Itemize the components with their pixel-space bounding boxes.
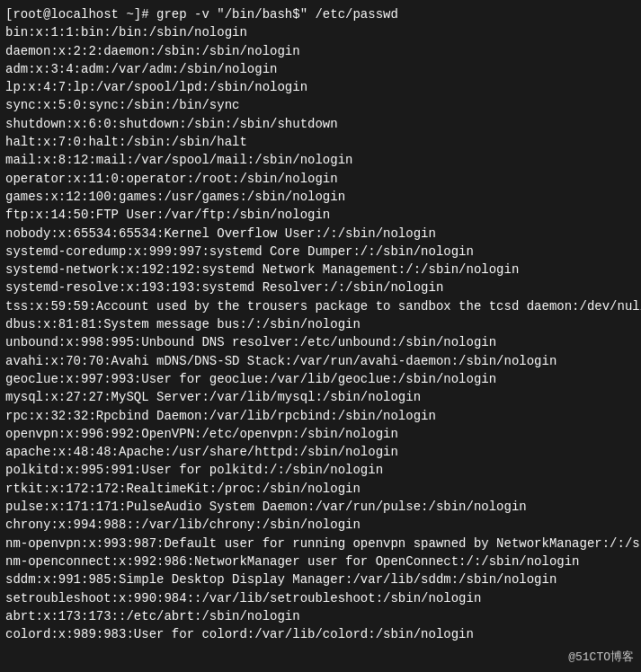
output-line: adm:x:3:4:adm:/var/adm:/sbin/nologin bbox=[5, 60, 636, 78]
output-line: unbound:x:998:995:Unbound DNS resolver:/… bbox=[5, 333, 636, 351]
output-line: daemon:x:2:2:daemon:/sbin:/sbin/nologin bbox=[5, 42, 636, 60]
prompt-line: [root@localhost ~]# grep -v "/bin/bash$"… bbox=[5, 5, 636, 23]
output-line: polkitd:x:995:991:User for polkitd:/:/sb… bbox=[5, 461, 636, 479]
output-lines: bin:x:1:1:bin:/bin:/sbin/nologindaemon:x… bbox=[5, 23, 636, 643]
output-line: rtkit:x:172:172:RealtimeKit:/proc:/sbin/… bbox=[5, 480, 636, 498]
output-line: mysql:x:27:27:MySQL Server:/var/lib/mysq… bbox=[5, 388, 636, 406]
output-line: avahi:x:70:70:Avahi mDNS/DNS-SD Stack:/v… bbox=[5, 352, 636, 370]
output-line: operator:x:11:0:operator:/root:/sbin/nol… bbox=[5, 170, 636, 188]
output-line: geoclue:x:997:993:User for geoclue:/var/… bbox=[5, 370, 636, 388]
terminal: [root@localhost ~]# grep -v "/bin/bash$"… bbox=[0, 0, 641, 672]
watermark: @51CTO博客 bbox=[568, 649, 634, 665]
output-line: setroubleshoot:x:990:984::/var/lib/setro… bbox=[5, 589, 636, 607]
output-line: tss:x:59:59:Account used by the trousers… bbox=[5, 297, 636, 315]
output-line: bin:x:1:1:bin:/bin:/sbin/nologin bbox=[5, 23, 636, 41]
output-line: games:x:12:100:games:/usr/games:/sbin/no… bbox=[5, 188, 636, 206]
output-line: nm-openvpn:x:993:987:Default user for ru… bbox=[5, 535, 636, 553]
output-line: dbus:x:81:81:System message bus:/:/sbin/… bbox=[5, 315, 636, 333]
output-line: nm-openconnect:x:992:986:NetworkManager … bbox=[5, 553, 636, 570]
output-line: apache:x:48:48:Apache:/usr/share/httpd:/… bbox=[5, 443, 636, 461]
output-line: colord:x:989:983:User for colord:/var/li… bbox=[5, 625, 636, 643]
output-line: lp:x:4:7:lp:/var/spool/lpd:/sbin/nologin bbox=[5, 78, 636, 96]
output-line: pulse:x:171:171:PulseAudio System Daemon… bbox=[5, 498, 636, 516]
output-line: mail:x:8:12:mail:/var/spool/mail:/sbin/n… bbox=[5, 151, 636, 169]
output-line: nobody:x:65534:65534:Kernel Overflow Use… bbox=[5, 225, 636, 243]
output-line: sddm:x:991:985:Simple Desktop Display Ma… bbox=[5, 570, 636, 588]
output-line: ftp:x:14:50:FTP User:/var/ftp:/sbin/nolo… bbox=[5, 206, 636, 224]
output-line: chrony:x:994:988::/var/lib/chrony:/sbin/… bbox=[5, 516, 636, 534]
output-line: shutdown:x:6:0:shutdown:/sbin:/sbin/shut… bbox=[5, 115, 636, 133]
output-line: rpc:x:32:32:Rpcbind Daemon:/var/lib/rpcb… bbox=[5, 407, 636, 425]
output-line: systemd-coredump:x:999:997:systemd Core … bbox=[5, 243, 636, 261]
output-line: systemd-resolve:x:193:193:systemd Resolv… bbox=[5, 279, 636, 296]
output-line: sync:x:5:0:sync:/sbin:/bin/sync bbox=[5, 96, 636, 114]
output-line: halt:x:7:0:halt:/sbin:/sbin/halt bbox=[5, 133, 636, 151]
output-line: openvpn:x:996:992:OpenVPN:/etc/openvpn:/… bbox=[5, 425, 636, 443]
output-line: abrt:x:173:173::/etc/abrt:/sbin/nologin bbox=[5, 607, 636, 625]
output-line: systemd-network:x:192:192:systemd Networ… bbox=[5, 261, 636, 279]
